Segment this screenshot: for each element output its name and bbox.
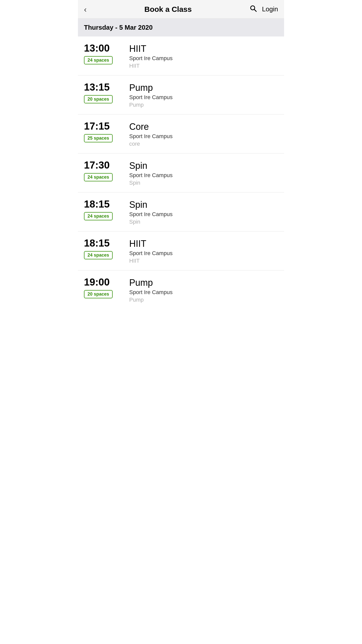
class-item[interactable]: 17:15 25 spaces Core Sport Ire Campus co… <box>78 114 284 153</box>
class-type: Spin <box>129 219 172 225</box>
class-name: HIIT <box>129 238 172 249</box>
class-time-block: 19:00 20 spaces <box>84 276 124 298</box>
header: ‹ Book a Class Login <box>78 0 284 19</box>
class-type: HIIT <box>129 63 172 69</box>
class-time: 19:00 <box>84 276 110 288</box>
class-item[interactable]: 18:15 24 spaces Spin Sport Ire Campus Sp… <box>78 192 284 231</box>
class-type: Pump <box>129 297 172 303</box>
class-time: 17:30 <box>84 159 110 171</box>
class-type: Pump <box>129 102 172 108</box>
class-time: 18:15 <box>84 237 110 249</box>
class-name: Pump <box>129 277 172 288</box>
login-button[interactable]: Login <box>262 5 278 13</box>
spaces-badge: 20 spaces <box>84 290 113 298</box>
class-location: Sport Ire Campus <box>129 172 172 179</box>
class-item[interactable]: 13:15 20 spaces Pump Sport Ire Campus Pu… <box>78 75 284 114</box>
class-item[interactable]: 18:15 24 spaces HIIT Sport Ire Campus HI… <box>78 231 284 270</box>
class-type: Spin <box>129 180 172 186</box>
class-type: core <box>129 141 172 147</box>
class-time: 13:15 <box>84 82 110 93</box>
class-time: 18:15 <box>84 198 110 210</box>
class-details: Spin Sport Ire Campus Spin <box>129 198 172 225</box>
class-item[interactable]: 17:30 24 spaces Spin Sport Ire Campus Sp… <box>78 153 284 192</box>
class-time: 17:15 <box>84 120 110 132</box>
header-actions: Login <box>249 5 278 14</box>
spaces-badge: 24 spaces <box>84 56 113 64</box>
class-name: Core <box>129 122 172 132</box>
svg-line-1 <box>254 9 256 11</box>
class-location: Sport Ire Campus <box>129 133 172 140</box>
spaces-badge: 20 spaces <box>84 95 113 103</box>
class-name: Spin <box>129 199 172 210</box>
class-time-block: 13:15 20 spaces <box>84 82 124 103</box>
class-time-block: 17:30 24 spaces <box>84 159 124 181</box>
class-item[interactable]: 19:00 20 spaces Pump Sport Ire Campus Pu… <box>78 270 284 309</box>
class-type: HIIT <box>129 258 172 264</box>
search-icon[interactable] <box>249 5 257 14</box>
class-location: Sport Ire Campus <box>129 211 172 218</box>
date-label: Thursday - 5 Mar 2020 <box>84 24 153 31</box>
page-title: Book a Class <box>144 5 192 14</box>
class-location: Sport Ire Campus <box>129 55 172 62</box>
spaces-badge: 25 spaces <box>84 134 113 142</box>
class-name: Spin <box>129 160 172 171</box>
date-header: Thursday - 5 Mar 2020 <box>78 19 284 36</box>
class-details: HIIT Sport Ire Campus HIIT <box>129 237 172 264</box>
class-name: HIIT <box>129 44 172 54</box>
class-details: Pump Sport Ire Campus Pump <box>129 82 172 108</box>
class-details: Pump Sport Ire Campus Pump <box>129 276 172 303</box>
class-details: Core Sport Ire Campus core <box>129 120 172 147</box>
spaces-badge: 24 spaces <box>84 173 113 181</box>
class-location: Sport Ire Campus <box>129 289 172 296</box>
class-time-block: 18:15 24 spaces <box>84 237 124 259</box>
class-time-block: 13:00 24 spaces <box>84 43 124 64</box>
class-time: 13:00 <box>84 43 110 54</box>
class-location: Sport Ire Campus <box>129 250 172 257</box>
class-time-block: 18:15 24 spaces <box>84 198 124 220</box>
class-location: Sport Ire Campus <box>129 94 172 101</box>
spaces-badge: 24 spaces <box>84 251 113 259</box>
class-item[interactable]: 13:00 24 spaces HIIT Sport Ire Campus HI… <box>78 36 284 75</box>
class-details: HIIT Sport Ire Campus HIIT <box>129 43 172 69</box>
class-details: Spin Sport Ire Campus Spin <box>129 159 172 186</box>
spaces-badge: 24 spaces <box>84 212 113 220</box>
back-button[interactable]: ‹ <box>84 5 87 13</box>
class-time-block: 17:15 25 spaces <box>84 120 124 142</box>
class-list: 13:00 24 spaces HIIT Sport Ire Campus HI… <box>78 36 284 309</box>
class-name: Pump <box>129 83 172 93</box>
